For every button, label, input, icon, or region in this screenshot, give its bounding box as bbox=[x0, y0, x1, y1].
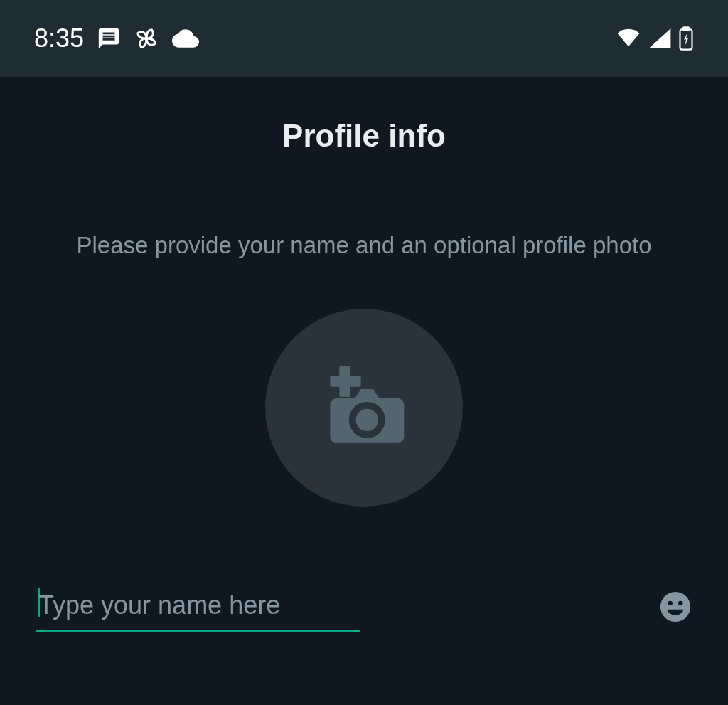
add-photo-camera-icon bbox=[318, 365, 410, 450]
svg-point-6 bbox=[668, 601, 673, 606]
pinwheel-icon bbox=[134, 26, 159, 51]
name-input[interactable] bbox=[36, 585, 360, 632]
emoji-smile-icon bbox=[659, 590, 692, 626]
emoji-picker-button[interactable] bbox=[658, 591, 692, 625]
status-left: 8:35 bbox=[34, 23, 199, 53]
status-time: 8:35 bbox=[34, 23, 84, 53]
svg-rect-1 bbox=[683, 27, 690, 30]
cellular-signal-icon bbox=[648, 28, 671, 48]
svg-point-5 bbox=[660, 592, 690, 622]
page-subtitle: Please provide your name and an optional… bbox=[36, 228, 692, 263]
name-input-wrapper bbox=[36, 585, 641, 632]
svg-point-7 bbox=[678, 601, 683, 606]
status-bar: 8:35 bbox=[0, 0, 728, 77]
message-icon bbox=[97, 26, 121, 51]
battery-charging-icon bbox=[678, 26, 694, 51]
add-profile-photo-button[interactable] bbox=[265, 309, 463, 507]
status-right bbox=[616, 26, 694, 51]
page-title: Profile info bbox=[36, 118, 692, 154]
main-content: Profile info Please provide your name an… bbox=[0, 118, 728, 632]
wifi-icon bbox=[616, 28, 641, 48]
svg-rect-3 bbox=[330, 376, 360, 386]
cloud-icon bbox=[172, 28, 199, 48]
name-input-row bbox=[36, 585, 692, 632]
